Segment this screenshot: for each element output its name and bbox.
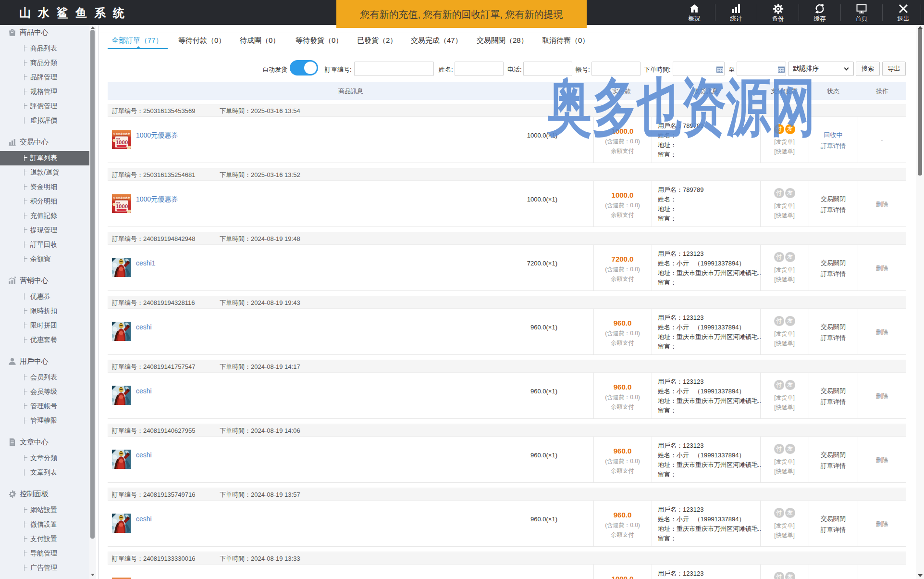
- svg-text:1000: 1000: [116, 139, 128, 145]
- svg-text:全员果蔬优惠券: 全员果蔬优惠券: [113, 196, 131, 200]
- svg-text:1000: 1000: [116, 203, 128, 209]
- svg-text:全员果蔬优惠券: 全员果蔬优惠券: [113, 132, 131, 136]
